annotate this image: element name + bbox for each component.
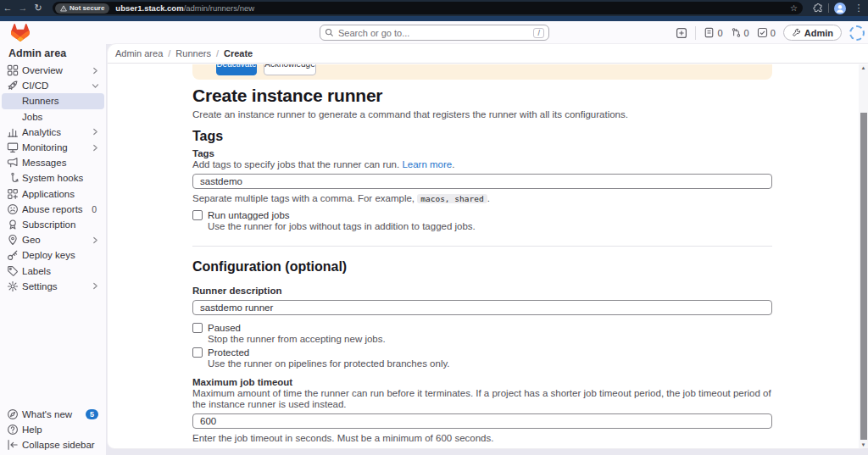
sidebar-item-overview[interactable]: Overview — [2, 63, 104, 78]
timeout-input[interactable] — [192, 413, 772, 429]
browser-back-icon[interactable]: ← — [0, 0, 15, 16]
admin-mode-button[interactable]: Admin — [783, 25, 842, 41]
whats-new-icon — [7, 408, 19, 420]
todos-counter[interactable]: 0 — [757, 27, 776, 38]
scrollbar-thumb[interactable] — [860, 113, 867, 440]
wrench-icon — [792, 28, 801, 37]
browser-profile-avatar[interactable] — [834, 3, 846, 14]
breadcrumb-admin-area[interactable]: Admin area — [115, 48, 163, 58]
paused-checkbox[interactable] — [192, 323, 203, 333]
breadcrumb: Admin area / Runners / Create — [108, 44, 868, 64]
browser-menu-icon[interactable]: ⋮ — [851, 0, 866, 16]
sidebar-footer-nav: What's new5HelpCollapse sidebar — [2, 406, 104, 452]
banner-secondary-button[interactable]: Acknowledge — [264, 64, 316, 75]
runner-description-input[interactable] — [192, 300, 772, 315]
breadcrumb-runners[interactable]: Runners — [175, 48, 211, 58]
sidebar-item-jobs[interactable]: Jobs — [2, 109, 104, 125]
configuration-heading: Configuration (optional) — [192, 259, 772, 275]
notification-badge: 5 — [86, 409, 98, 419]
tags-example-help: Separate multiple tags with a comma. For… — [192, 193, 772, 204]
messages-icon — [7, 157, 19, 169]
sidebar-item-help[interactable]: Help — [2, 422, 104, 437]
run-untagged-row: Run untagged jobs — [192, 210, 772, 220]
protected-row: Protected — [192, 347, 772, 358]
sidebar-item-label: Jobs — [22, 112, 42, 122]
timeout-description: Maximum amount of time the runner can ru… — [192, 388, 772, 410]
not-secure-label: Not secure — [70, 4, 104, 12]
chevron-right-icon — [92, 282, 99, 290]
sidebar-item-label: CI/CD — [22, 80, 48, 91]
todo-icon — [757, 27, 768, 38]
sidebar-item-label: Analytics — [22, 127, 61, 137]
issues-counter[interactable]: 0 — [704, 27, 722, 38]
sidebar-item-analytics[interactable]: Analytics — [2, 125, 104, 140]
chevron-right-icon — [92, 128, 99, 136]
system-hooks-icon — [7, 172, 19, 184]
chevron-right-icon — [92, 144, 99, 152]
extensions-icon[interactable] — [813, 3, 823, 14]
url-text: ubser1.stack.com/admin/runners/new — [115, 3, 254, 13]
sidebar-item-ci-cd[interactable]: CI/CD — [2, 78, 104, 93]
sidebar-item-labels[interactable]: Labels — [2, 263, 104, 278]
protected-checkbox[interactable] — [192, 347, 203, 358]
gitlab-logo-icon[interactable] — [11, 24, 30, 42]
sidebar-item-what-s-new[interactable]: What's new5 — [2, 406, 104, 421]
collapse-sidebar-icon — [7, 439, 19, 451]
sidebar-item-label: Monitoring — [22, 142, 68, 153]
sidebar-item-collapse-sidebar[interactable]: Collapse sidebar — [2, 437, 104, 452]
applications-icon — [7, 188, 19, 200]
run-untagged-checkbox[interactable] — [192, 210, 203, 220]
sidebar-item-system-hooks[interactable]: System hooks — [2, 170, 104, 186]
sidebar-item-label: Help — [22, 424, 42, 435]
sidebar-item-geo[interactable]: Geo — [2, 232, 104, 247]
cicd-icon — [7, 80, 19, 92]
sidebar-item-label: Overview — [22, 65, 63, 75]
address-bar[interactable]: Not secure ubser1.stack.com/admin/runner… — [53, 2, 803, 14]
protected-label: Protected — [208, 347, 249, 358]
runner-description-label: Runner description — [192, 286, 772, 297]
sidebar-item-subscription[interactable]: Subscription — [2, 217, 104, 232]
vertical-scrollbar[interactable]: ▲ ▼ — [859, 64, 868, 448]
bookmark-star-icon[interactable]: ☆ — [790, 3, 798, 13]
sidebar-item-messages[interactable]: Messages — [2, 155, 104, 170]
labels-icon — [7, 265, 19, 277]
scroll-down-arrow[interactable]: ▼ — [859, 442, 868, 447]
page-description: Create an instance runner to generate a … — [192, 109, 772, 120]
topbar-divider — [695, 26, 696, 40]
warning-icon — [60, 5, 67, 12]
sidebar-item-monitoring[interactable]: Monitoring — [2, 140, 104, 155]
page-scroll-area: Deactivate Acknowledge Create instance r… — [108, 64, 868, 448]
sidebar-item-runners[interactable]: Runners — [2, 93, 104, 108]
analytics-icon — [7, 126, 19, 138]
geo-icon — [7, 234, 19, 246]
search-input[interactable]: Search or go to... / — [320, 25, 549, 41]
learn-more-link[interactable]: Learn more — [402, 159, 452, 169]
sidebar-item-label: Subscription — [22, 219, 75, 230]
browser-forward-icon[interactable]: → — [15, 0, 31, 16]
breadcrumb-create: Create — [224, 48, 253, 58]
timeout-label: Maximum job timeout — [192, 377, 772, 388]
create-runner-form: Create instance runner Create an instanc… — [192, 80, 772, 448]
main-panel: Admin area / Runners / Create Deactivate… — [108, 44, 868, 448]
sidebar-item-settings[interactable]: Settings — [2, 279, 104, 294]
person-icon — [834, 3, 846, 14]
browser-toolbar: ← → ↻ Not secure ubser1.stack.com/admin/… — [0, 0, 868, 16]
merge-requests-count: 0 — [744, 28, 749, 38]
browser-reload-icon[interactable]: ↻ — [31, 0, 46, 16]
admin-button-label: Admin — [804, 28, 833, 38]
scroll-up-arrow[interactable]: ▲ — [859, 65, 868, 70]
toolbar-divider — [828, 3, 829, 13]
settings-icon — [7, 280, 19, 292]
sidebar-item-abuse-reports[interactable]: Abuse reports0 — [2, 202, 104, 217]
sidebar-item-label: Applications — [22, 189, 75, 199]
sidebar-title: Admin area — [8, 47, 66, 59]
not-secure-chip[interactable]: Not secure — [55, 3, 109, 14]
user-avatar[interactable] — [849, 25, 865, 41]
merge-requests-counter[interactable]: 0 — [731, 27, 749, 38]
tags-input[interactable] — [192, 174, 772, 189]
banner-primary-button[interactable]: Deactivate — [216, 64, 257, 75]
sidebar-item-deploy-keys[interactable]: Deploy keys — [2, 247, 104, 263]
sidebar-item-label: Settings — [22, 281, 58, 291]
create-new-icon[interactable] — [676, 27, 687, 39]
sidebar-item-applications[interactable]: Applications — [2, 186, 104, 202]
